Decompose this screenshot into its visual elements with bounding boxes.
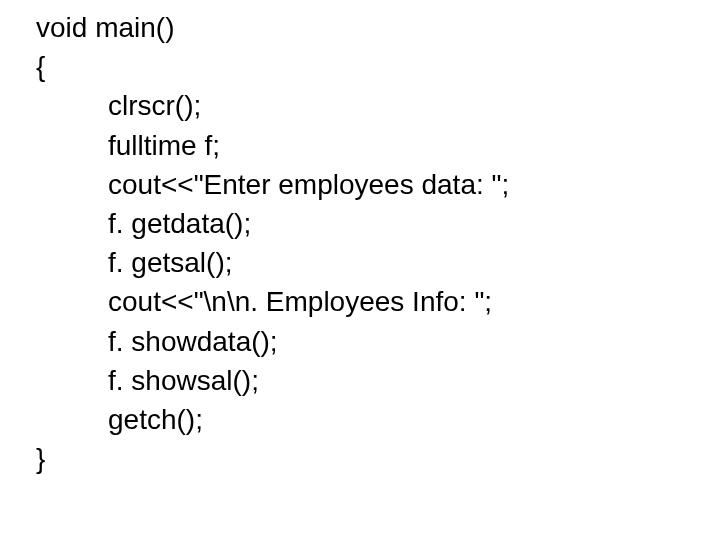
code-line-4: fulltime f; xyxy=(36,126,720,165)
code-line-9: f. showdata(); xyxy=(36,322,720,361)
code-line-1: void main() xyxy=(36,8,720,47)
code-line-6: f. getdata(); xyxy=(36,204,720,243)
code-line-10: f. showsal(); xyxy=(36,361,720,400)
code-line-5: cout<<"Enter employees data: "; xyxy=(36,165,720,204)
code-line-7: f. getsal(); xyxy=(36,243,720,282)
code-line-8: cout<<"\n\n. Employees Info: "; xyxy=(36,282,720,321)
code-line-2: { xyxy=(36,47,720,86)
code-slide: void main() { clrscr(); fulltime f; cout… xyxy=(0,0,720,478)
code-line-11: getch(); xyxy=(36,400,720,439)
code-line-3: clrscr(); xyxy=(36,86,720,125)
code-line-12: } xyxy=(36,439,720,478)
